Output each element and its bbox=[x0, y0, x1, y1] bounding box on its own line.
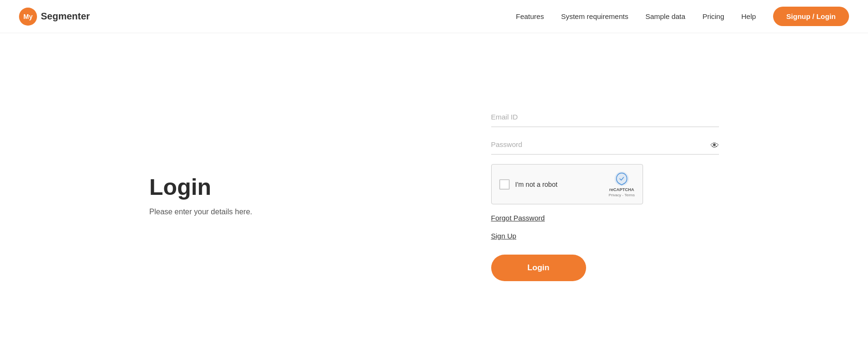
nav-item-features[interactable]: Features bbox=[516, 12, 544, 20]
recaptcha-checkbox[interactable] bbox=[499, 179, 510, 190]
nav-item-help[interactable]: Help bbox=[741, 12, 756, 20]
main-content: Login Please enter your details here. 👁 … bbox=[0, 33, 868, 357]
recaptcha-brand-label: reCAPTCHA bbox=[609, 187, 635, 192]
signup-link-wrapper: Sign Up bbox=[491, 232, 719, 240]
nav-item-sample-data[interactable]: Sample data bbox=[645, 12, 685, 20]
forgot-password-link[interactable]: Forgot Password bbox=[491, 214, 545, 222]
content-wrapper: Login Please enter your details here. 👁 … bbox=[149, 109, 719, 281]
navbar: My Segmenter Features System requirement… bbox=[0, 0, 868, 33]
recaptcha-logo-icon bbox=[614, 171, 629, 186]
nav-item-pricing[interactable]: Pricing bbox=[702, 12, 724, 20]
password-input-group: 👁 bbox=[491, 137, 719, 155]
page-subtitle: Please enter your details here. bbox=[149, 208, 339, 216]
recaptcha-links-label: Privacy - Terms bbox=[609, 193, 635, 197]
recaptcha-right: reCAPTCHA Privacy - Terms bbox=[609, 171, 635, 197]
nav-item-system-requirements[interactable]: System requirements bbox=[561, 12, 628, 20]
main-nav: Features System requirements Sample data… bbox=[516, 7, 849, 26]
signup-link[interactable]: Sign Up bbox=[491, 232, 516, 240]
login-form: 👁 I'm not a robot reCAPTCHA Privacy - bbox=[491, 109, 719, 281]
login-button-wrapper: Login bbox=[491, 250, 719, 281]
recaptcha-label: I'm not a robot bbox=[515, 181, 558, 188]
forgot-password-link-wrapper: Forgot Password bbox=[491, 214, 719, 222]
logo-badge: My bbox=[19, 8, 37, 26]
signup-login-button[interactable]: Signup / Login bbox=[773, 7, 849, 26]
recaptcha-widget[interactable]: I'm not a robot reCAPTCHA Privacy - Term… bbox=[491, 164, 643, 204]
left-panel: Login Please enter your details here. bbox=[149, 174, 339, 216]
email-input[interactable] bbox=[491, 109, 719, 123]
page-title: Login bbox=[149, 174, 339, 200]
password-input[interactable] bbox=[491, 137, 719, 150]
recaptcha-left: I'm not a robot bbox=[499, 179, 558, 190]
email-input-group bbox=[491, 109, 719, 127]
login-button[interactable]: Login bbox=[491, 255, 586, 281]
logo-text: Segmenter bbox=[41, 11, 90, 22]
toggle-password-icon[interactable]: 👁 bbox=[710, 140, 719, 150]
logo[interactable]: My Segmenter bbox=[19, 8, 90, 26]
